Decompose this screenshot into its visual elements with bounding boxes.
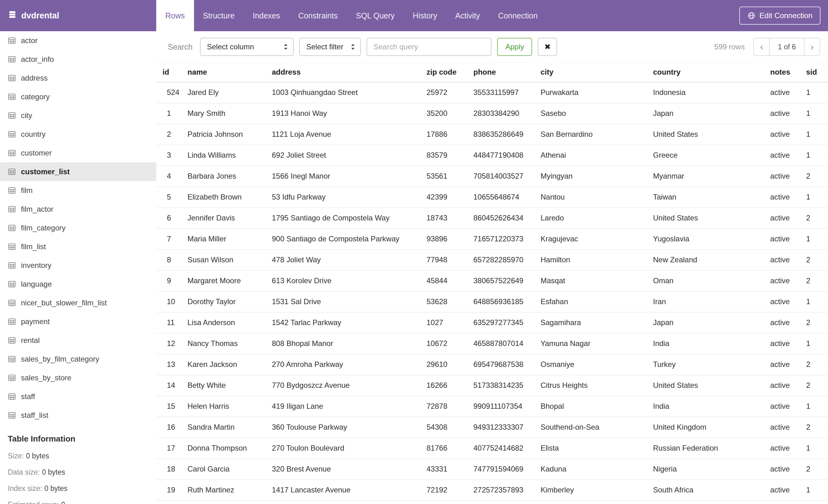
column-header[interactable]: notes xyxy=(764,63,800,82)
sidebar-table-item[interactable]: film_actor xyxy=(0,200,156,219)
table-icon xyxy=(8,37,16,45)
table-row[interactable]: 18 Carol Garcia 320 Brest Avenue 43331 7… xyxy=(156,459,828,479)
prev-page-button[interactable]: ‹ xyxy=(753,38,770,56)
sidebar-table-item[interactable]: payment xyxy=(0,312,156,331)
cell-country: India xyxy=(647,333,764,354)
table-icon xyxy=(8,168,16,176)
sidebar-table-item[interactable]: actor xyxy=(0,31,156,50)
sidebar-table-item[interactable]: film_category xyxy=(0,219,156,237)
column-header[interactable]: sid xyxy=(800,63,828,82)
sidebar-table-item[interactable]: sales_by_film_category xyxy=(0,350,156,368)
table-row[interactable]: 16 Sandra Martin 360 Toulouse Parkway 54… xyxy=(156,417,828,438)
apply-button[interactable]: Apply xyxy=(497,38,532,56)
edit-connection-button[interactable]: Edit Connection xyxy=(739,7,821,25)
table-row[interactable]: 3 Linda Williams 692 Joliet Street 83579… xyxy=(156,145,828,166)
cell-notes: active xyxy=(764,208,800,229)
table-row[interactable]: 524 Jared Ely 1003 Qinhuangdao Street 25… xyxy=(156,82,828,103)
sidebar-table-item[interactable]: staff xyxy=(0,387,156,406)
column-header[interactable]: country xyxy=(647,63,764,82)
page-indicator: 1 of 6 xyxy=(769,38,804,56)
sidebar-table-item[interactable]: language xyxy=(0,275,156,293)
table-icon xyxy=(8,318,16,326)
table-row[interactable]: 15 Helen Harris 419 Iligan Lane 72878 99… xyxy=(156,396,828,417)
cell-phone: 838635286649 xyxy=(467,124,534,145)
tab[interactable]: Structure xyxy=(194,0,244,31)
column-select-value: Select column xyxy=(207,42,254,51)
sidebar-table-item[interactable]: nicer_but_slower_film_list xyxy=(0,293,156,312)
table-row[interactable]: 10 Dorothy Taylor 1531 Sal Drive 53628 6… xyxy=(156,291,828,312)
sidebar-table-item[interactable]: inventory xyxy=(0,256,156,275)
clear-search-button[interactable]: ✖ xyxy=(538,38,557,56)
tab[interactable]: Indexes xyxy=(244,0,289,31)
cell-id: 16 xyxy=(156,417,181,438)
table-row[interactable]: 8 Susan Wilson 478 Joliet Way 77948 6572… xyxy=(156,249,828,270)
cell-city: Athenai xyxy=(534,145,647,166)
table-row[interactable]: 1 Mary Smith 1913 Hanoi Way 35200 283033… xyxy=(156,103,828,124)
tab[interactable]: Rows xyxy=(156,0,194,31)
column-header[interactable]: name xyxy=(181,63,265,82)
table-row[interactable]: 2 Patricia Johnson 1121 Loja Avenue 1788… xyxy=(156,124,828,145)
table-row[interactable]: 4 Barbara Jones 1566 Inegl Manor 53561 7… xyxy=(156,166,828,187)
cell-notes: active xyxy=(764,270,800,291)
tab[interactable]: SQL Query xyxy=(347,0,404,31)
cell-name: Betty White xyxy=(181,375,265,396)
column-header[interactable]: address xyxy=(265,63,420,82)
cell-notes: active xyxy=(764,229,800,249)
cell-id: 18 xyxy=(156,459,181,479)
globe-icon xyxy=(747,11,755,20)
search-toolbar: Search Select column Select filter Apply… xyxy=(156,31,828,62)
cell-id: 17 xyxy=(156,438,181,459)
cell-address: 53 Idfu Parkway xyxy=(265,187,420,208)
cell-sid: 1 xyxy=(800,82,828,103)
table-row[interactable]: 5 Elizabeth Brown 53 Idfu Parkway 42399 … xyxy=(156,187,828,208)
cell-city: San Bernardino xyxy=(534,124,647,145)
table-icon xyxy=(8,411,16,419)
sidebar-table-item[interactable]: film xyxy=(0,181,156,200)
sidebar-table-item[interactable]: film_list xyxy=(0,237,156,256)
cell-zip-code: 17886 xyxy=(420,124,467,145)
search-query-input[interactable] xyxy=(367,38,492,56)
sidebar-table-item[interactable]: sales_by_store xyxy=(0,368,156,387)
column-header[interactable]: phone xyxy=(467,63,534,82)
tab[interactable]: Connection xyxy=(489,0,546,31)
table-row[interactable]: 17 Donna Thompson 270 Toulon Boulevard 8… xyxy=(156,438,828,459)
table-row[interactable]: 14 Betty White 770 Bydgoszcz Avenue 1626… xyxy=(156,375,828,396)
sidebar: actor actor_info xyxy=(0,31,156,504)
cell-phone: 747791594069 xyxy=(467,459,534,479)
filter-select[interactable]: Select filter xyxy=(299,38,361,56)
info-value: 0 bytes xyxy=(42,468,65,476)
next-page-button[interactable]: › xyxy=(804,38,820,56)
sidebar-table-item[interactable]: staff_list xyxy=(0,406,156,425)
table-row[interactable]: 12 Nancy Thomas 808 Bhopal Manor 10672 4… xyxy=(156,333,828,354)
edit-connection-label: Edit Connection xyxy=(759,11,813,20)
column-select[interactable]: Select column xyxy=(200,38,294,56)
cell-zip-code: 72878 xyxy=(420,396,467,417)
table-row[interactable]: 19 Ruth Martinez 1417 Lancaster Avenue 7… xyxy=(156,479,828,501)
table-icon xyxy=(8,393,16,401)
cell-phone: 517338314235 xyxy=(467,375,534,396)
sidebar-table-item[interactable]: customer_list xyxy=(0,163,156,181)
column-header[interactable]: id xyxy=(156,63,181,82)
table-row[interactable]: 6 Jennifer Davis 1795 Santiago de Compos… xyxy=(156,208,828,229)
sidebar-table-item[interactable]: category xyxy=(0,87,156,106)
tab[interactable]: History xyxy=(404,0,446,31)
column-header[interactable]: zip code xyxy=(420,63,467,82)
table-icon xyxy=(8,93,16,101)
table-row[interactable]: 9 Margaret Moore 613 Korolev Drive 45844… xyxy=(156,270,828,291)
tab[interactable]: Constraints xyxy=(289,0,347,31)
table-row[interactable]: 13 Karen Jackson 270 Amroha Parkway 2961… xyxy=(156,354,828,375)
tab[interactable]: Activity xyxy=(446,0,489,31)
cell-notes: active xyxy=(764,479,800,501)
column-header[interactable]: city xyxy=(534,63,647,82)
sidebar-table-item[interactable]: rental xyxy=(0,331,156,350)
sidebar-table-item[interactable]: country xyxy=(0,125,156,144)
table-row[interactable]: 11 Lisa Anderson 1542 Tarlac Parkway 102… xyxy=(156,312,828,333)
table-icon xyxy=(8,186,16,194)
table-icon xyxy=(8,299,16,307)
cell-address: 1531 Sal Drive xyxy=(265,291,420,312)
sidebar-table-item[interactable]: city xyxy=(0,106,156,125)
sidebar-table-item[interactable]: address xyxy=(0,69,156,87)
sidebar-table-item[interactable]: customer xyxy=(0,144,156,163)
sidebar-table-item[interactable]: actor_info xyxy=(0,50,156,69)
table-row[interactable]: 7 Maria Miller 900 Santiago de Compostel… xyxy=(156,229,828,249)
